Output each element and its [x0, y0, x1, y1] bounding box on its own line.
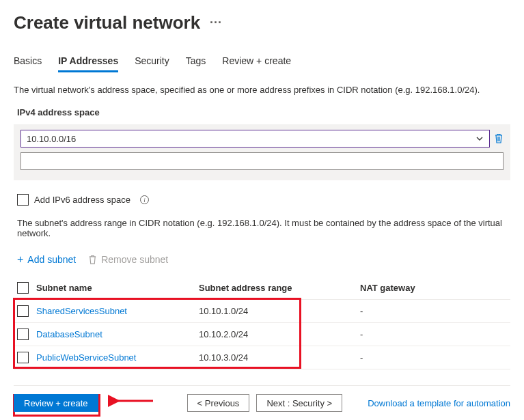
next-button[interactable]: Next : Security >: [256, 394, 342, 412]
subnet-description: The subnet's address range in CIDR notat…: [17, 218, 510, 238]
tab-review-create[interactable]: Review + create: [222, 55, 291, 72]
table-header: Subnet name Subnet address range NAT gat…: [14, 277, 510, 300]
col-subnet-range: Subnet address range: [199, 283, 360, 293]
table-row: SharedServicesSubnet 10.10.1.0/24 -: [14, 300, 510, 323]
ipv4-address-box: 10.10.0.0/16: [14, 124, 510, 180]
ipv4-cidr-input-0[interactable]: 10.10.0.0/16: [20, 130, 490, 148]
info-icon[interactable]: i: [140, 195, 149, 204]
select-all-checkbox[interactable]: [17, 282, 29, 294]
subnet-range: 10.10.1.0/24: [199, 306, 360, 316]
tabs: Basics IP Addresses Security Tags Review…: [14, 55, 510, 72]
delete-icon[interactable]: [494, 133, 504, 144]
subnet-nat: -: [360, 306, 510, 316]
subnet-name-link[interactable]: PublicWebServiceSubnet: [36, 352, 199, 363]
col-nat-gateway: NAT gateway: [360, 283, 510, 293]
subnet-range: 10.10.3.0/24: [199, 352, 360, 363]
footer: Review + create < Previous Next : Securi…: [14, 385, 510, 412]
remove-subnet-label: Remove subnet: [101, 254, 168, 265]
table-row: DatabaseSubnet 10.10.2.0/24 -: [14, 323, 510, 346]
ipv4-label: IPv4 address space: [17, 107, 510, 117]
row-checkbox[interactable]: [17, 328, 29, 340]
tab-basics[interactable]: Basics: [14, 55, 42, 72]
add-subnet-label: Add subnet: [27, 254, 76, 265]
subnet-table: Subnet name Subnet address range NAT gat…: [14, 277, 510, 369]
trash-icon: [88, 255, 97, 265]
subnet-name-link[interactable]: SharedServicesSubnet: [36, 306, 199, 316]
tab-ip-addresses[interactable]: IP Addresses: [58, 55, 118, 72]
chevron-down-icon[interactable]: [475, 135, 484, 143]
col-subnet-name: Subnet name: [36, 283, 199, 293]
tab-tags[interactable]: Tags: [186, 55, 206, 72]
previous-button[interactable]: < Previous: [187, 394, 250, 412]
remove-subnet-button: Remove subnet: [88, 253, 168, 266]
review-create-button[interactable]: Review + create: [14, 394, 98, 412]
page-title: Create virtual network: [14, 12, 200, 33]
download-template-link[interactable]: Download a template for automation: [368, 398, 510, 408]
subnet-nat: -: [360, 329, 510, 339]
row-checkbox[interactable]: [17, 305, 29, 317]
table-row: PublicWebServiceSubnet 10.10.3.0/24 -: [14, 346, 510, 369]
address-space-description: The virtual network's address space, spe…: [14, 85, 510, 95]
subnet-nat: -: [360, 352, 510, 363]
add-subnet-button[interactable]: + Add subnet: [17, 253, 76, 266]
row-checkbox[interactable]: [17, 352, 29, 363]
ipv6-checkbox-label: Add IPv6 address space: [34, 195, 130, 205]
tab-security[interactable]: Security: [135, 55, 169, 72]
plus-icon: +: [17, 253, 23, 266]
subnet-range: 10.10.2.0/24: [199, 329, 360, 339]
more-menu-icon[interactable]: ···: [210, 16, 222, 30]
ipv6-checkbox[interactable]: [17, 194, 29, 206]
ipv4-cidr-value: 10.10.0.0/16: [27, 134, 76, 144]
subnet-name-link[interactable]: DatabaseSubnet: [36, 329, 199, 339]
ipv4-cidr-input-new[interactable]: [20, 152, 504, 170]
